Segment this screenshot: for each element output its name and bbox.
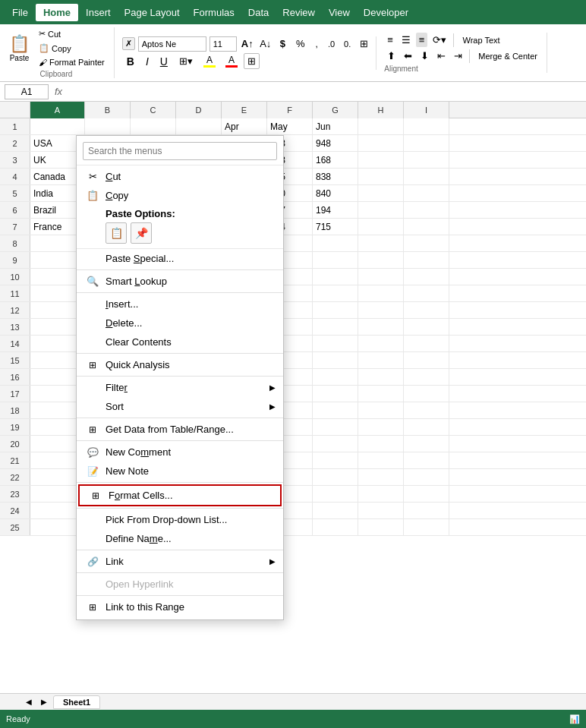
indent-increase-button[interactable]: ⇥ <box>451 49 465 63</box>
cell[interactable] <box>404 169 449 184</box>
row-number[interactable]: 16 <box>0 369 30 385</box>
name-box[interactable] <box>5 84 49 99</box>
cell[interactable] <box>358 519 404 535</box>
cell[interactable] <box>313 252 358 268</box>
row-number[interactable]: 7 <box>0 219 30 235</box>
cell[interactable] <box>358 152 404 168</box>
cell[interactable] <box>313 402 358 418</box>
cell[interactable] <box>358 336 404 351</box>
col-header-d[interactable]: D <box>176 102 222 118</box>
row-number[interactable]: 20 <box>0 436 30 452</box>
cell[interactable] <box>313 352 358 368</box>
cell[interactable] <box>313 486 358 502</box>
ctx-define-name-item[interactable]: Define Name... <box>77 529 283 548</box>
decimal-increase-button[interactable]: .0 <box>325 38 338 50</box>
cell[interactable] <box>313 319 358 335</box>
align-left-button[interactable]: ≡ <box>384 33 396 47</box>
merge-center-button[interactable]: Merge & Center <box>474 50 542 62</box>
ctx-quick-analysis-item[interactable]: ⊞ Quick Analysis <box>77 355 283 374</box>
ctx-get-data-item[interactable]: ⊞ Get Data from Table/Range... <box>77 420 283 439</box>
cell[interactable] <box>313 336 358 351</box>
cell[interactable] <box>404 519 449 535</box>
indent-decrease-button[interactable]: ⇤ <box>434 49 449 63</box>
bottom-align-button[interactable]: ⬇ <box>417 49 432 63</box>
ctx-clear-contents-item[interactable]: Clear Contents <box>77 332 283 351</box>
wrap-text-button[interactable]: Wrap Text <box>458 34 504 46</box>
row-number[interactable]: 25 <box>0 519 30 535</box>
ctx-search-input[interactable] <box>83 142 277 160</box>
row-number[interactable]: 18 <box>0 402 30 418</box>
cell[interactable] <box>404 369 449 385</box>
decimal-decrease-button[interactable]: 0. <box>341 38 354 50</box>
percent-button[interactable]: % <box>292 36 309 51</box>
copy-button[interactable]: 📋Copy <box>36 42 108 55</box>
col-header-a[interactable]: A <box>30 102 85 118</box>
col-header-h[interactable]: H <box>358 102 404 118</box>
increase-font-button[interactable]: A↑ <box>240 36 255 52</box>
cell[interactable] <box>358 436 404 452</box>
paste-button[interactable]: 📋 Paste <box>5 31 34 65</box>
cell[interactable] <box>404 419 449 435</box>
cell[interactable] <box>404 235 449 251</box>
menu-data[interactable]: Data <box>242 4 275 21</box>
ctx-sort-item[interactable]: Sort ▶ <box>77 397 283 416</box>
cell[interactable]: 168 <box>313 152 358 168</box>
cell[interactable] <box>313 469 358 485</box>
cell[interactable] <box>313 436 358 452</box>
col-header-g[interactable]: G <box>313 102 358 118</box>
currency-button[interactable]: $ <box>276 36 289 51</box>
row-number[interactable]: 24 <box>0 503 30 518</box>
cell[interactable] <box>404 386 449 402</box>
ctx-new-note-item[interactable]: 📝 New Note <box>77 462 283 481</box>
menu-view[interactable]: View <box>323 4 356 21</box>
cell[interactable] <box>358 486 404 502</box>
cell[interactable] <box>404 202 449 218</box>
cell[interactable] <box>404 503 449 518</box>
scroll-right-button[interactable]: ▶ <box>38 696 50 708</box>
ctx-filter-item[interactable]: Filter ▶ <box>77 378 283 397</box>
scroll-left-button[interactable]: ◀ <box>23 696 35 708</box>
row-number[interactable]: 9 <box>0 252 30 268</box>
decrease-font-button[interactable]: A↓ <box>258 36 273 52</box>
menu-file[interactable]: File <box>6 4 34 21</box>
cell[interactable] <box>358 235 404 251</box>
cell[interactable] <box>358 135 404 151</box>
cell[interactable]: 715 <box>313 219 358 235</box>
menu-page-layout[interactable]: Page Layout <box>118 4 186 21</box>
cell[interactable] <box>404 469 449 485</box>
paste-opt-2[interactable]: 📌 <box>131 222 152 244</box>
cell[interactable] <box>404 285 449 301</box>
row-number[interactable]: 12 <box>0 302 30 318</box>
font-name-input[interactable] <box>138 36 206 52</box>
cell[interactable] <box>313 285 358 301</box>
cell[interactable] <box>404 436 449 452</box>
col-header-c[interactable]: C <box>131 102 176 118</box>
more-font-button[interactable]: ⊞ <box>244 53 260 69</box>
row-number[interactable]: 4 <box>0 169 30 184</box>
underline-button[interactable]: U <box>156 53 172 70</box>
ctx-delete-item[interactable]: Delete... <box>77 314 283 332</box>
cell[interactable]: 194 <box>313 202 358 218</box>
ctx-insert-item[interactable]: Insert... <box>77 295 283 314</box>
cell[interactable] <box>404 352 449 368</box>
cell[interactable]: 948 <box>313 135 358 151</box>
row-number[interactable]: 14 <box>0 336 30 351</box>
cell[interactable] <box>404 486 449 502</box>
col-header-b[interactable]: B <box>85 102 131 118</box>
row-number[interactable]: 22 <box>0 469 30 485</box>
row-number[interactable]: 10 <box>0 269 30 285</box>
ctx-pick-dropdown-item[interactable]: Pick From Drop-down List... <box>77 510 283 529</box>
ctx-smart-lookup-item[interactable]: 🔍 Smart Lookup <box>77 272 283 291</box>
cell[interactable] <box>313 369 358 385</box>
row-number[interactable]: 8 <box>0 235 30 251</box>
cell[interactable] <box>358 319 404 335</box>
cell[interactable] <box>358 252 404 268</box>
cell[interactable] <box>313 269 358 285</box>
cell[interactable] <box>358 169 404 184</box>
cell[interactable] <box>404 185 449 201</box>
cell[interactable] <box>313 386 358 402</box>
ctx-link-range-item[interactable]: ⊞ Link to this Range <box>77 597 283 616</box>
top-align-button[interactable]: ⬆ <box>384 49 399 63</box>
cell[interactable] <box>404 219 449 235</box>
ctx-copy-item[interactable]: 📋 Copy <box>77 186 283 205</box>
